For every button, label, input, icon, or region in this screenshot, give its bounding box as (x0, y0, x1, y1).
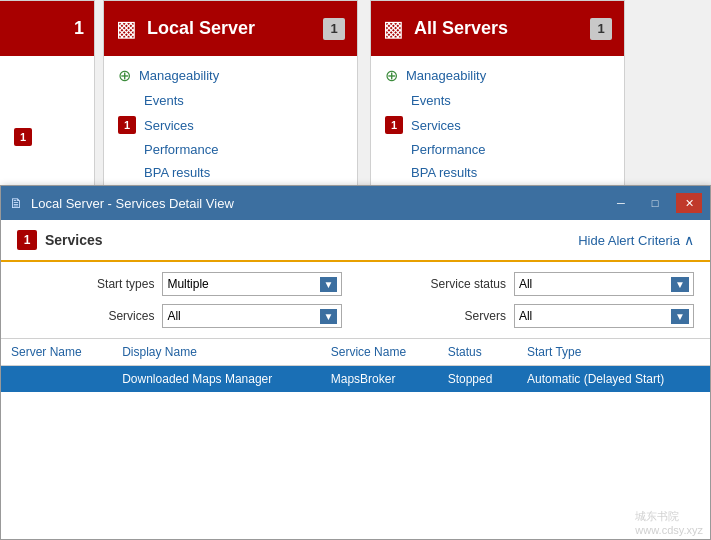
services-table: Server Name Display Name Service Name St… (1, 339, 710, 392)
all-manageability-icon: ⊕ (385, 66, 398, 85)
filter-area: Start types Multiple ▼ Service status Al… (1, 262, 710, 339)
all-servers-icon: ▩ (383, 16, 404, 42)
close-button[interactable]: ✕ (676, 193, 702, 213)
services-filter-label: Services (17, 309, 154, 323)
start-types-value: Multiple (167, 277, 208, 291)
table-cell-2: MapsBroker (321, 366, 438, 393)
all-servers-card-header: ▩ All Servers 1 (371, 1, 624, 56)
servers-filter-arrow: ▼ (671, 309, 689, 324)
partial-server-card: 1 1 (0, 0, 95, 200)
hide-alert-criteria-button[interactable]: Hide Alert Criteria ∧ (578, 232, 694, 248)
partial-item-2 (0, 92, 94, 122)
start-types-label: Start types (17, 277, 154, 291)
local-server-card-body: ⊕ Manageability Events 1 Services Perfor… (104, 56, 357, 190)
services-header: 1 Services Hide Alert Criteria ∧ (1, 220, 710, 262)
servers-filter-value: All (519, 309, 532, 323)
maximize-button[interactable]: □ (642, 193, 668, 213)
local-bpa-label: BPA results (144, 165, 210, 180)
col-display-name[interactable]: Display Name (112, 339, 321, 366)
all-servers-card: ▩ All Servers 1 ⊕ Manageability Events 1… (370, 0, 625, 200)
all-services-label: Services (411, 118, 461, 133)
local-server-services[interactable]: 1 Services (104, 112, 357, 138)
local-server-card: ▩ Local Server 1 ⊕ Manageability Events … (103, 0, 358, 200)
service-status-select[interactable]: All ▼ (514, 272, 694, 296)
chevron-up-icon: ∧ (684, 232, 694, 248)
start-types-arrow: ▼ (320, 277, 338, 292)
servers-filter-select[interactable]: All ▼ (514, 304, 694, 328)
all-performance-label: Performance (411, 142, 485, 157)
service-status-select-inner: All ▼ (519, 277, 689, 292)
local-manageability-label: Manageability (139, 68, 219, 83)
table-header: Server Name Display Name Service Name St… (1, 339, 710, 366)
services-section-title: Services (45, 232, 578, 248)
server-cards-area: 1 1 ▩ Local Server 1 ⊕ Manageability (0, 0, 711, 200)
watermark: 城东书院 www.cdsy.xyz (635, 509, 703, 536)
col-status[interactable]: Status (438, 339, 517, 366)
local-server-manageability[interactable]: ⊕ Manageability (104, 62, 357, 89)
table-body: Downloaded Maps ManagerMapsBrokerStopped… (1, 366, 710, 393)
partial-card-header: 1 (0, 1, 94, 56)
table-cell-0 (1, 366, 112, 393)
col-start-type[interactable]: Start Type (517, 339, 710, 366)
all-servers-events[interactable]: Events (371, 89, 624, 112)
table-header-row: Server Name Display Name Service Name St… (1, 339, 710, 366)
services-table-area: Server Name Display Name Service Name St… (1, 339, 710, 539)
all-servers-services[interactable]: 1 Services (371, 112, 624, 138)
all-manageability-label: Manageability (406, 68, 486, 83)
all-servers-badge: 1 (590, 18, 612, 40)
modal-body: 1 Services Hide Alert Criteria ∧ Start t… (1, 220, 710, 539)
all-servers-card-body: ⊕ Manageability Events 1 Services Perfor… (371, 56, 624, 190)
local-server-events[interactable]: Events (104, 89, 357, 112)
table-row[interactable]: Downloaded Maps ManagerMapsBrokerStopped… (1, 366, 710, 393)
local-services-label: Services (144, 118, 194, 133)
modal-title-text: Local Server - Services Detail View (31, 196, 600, 211)
col-service-name[interactable]: Service Name (321, 339, 438, 366)
servers-filter-label: Servers (350, 309, 505, 323)
all-bpa-label: BPA results (411, 165, 477, 180)
modal-titlebar: 🗎 Local Server - Services Detail View ─ … (1, 186, 710, 220)
services-filter-select[interactable]: All ▼ (162, 304, 342, 328)
all-servers-bpa[interactable]: BPA results (371, 161, 624, 184)
local-events-label: Events (144, 93, 184, 108)
manageability-icon: ⊕ (118, 66, 131, 85)
local-server-card-header: ▩ Local Server 1 (104, 1, 357, 56)
all-servers-performance[interactable]: Performance (371, 138, 624, 161)
local-services-badge: 1 (118, 116, 136, 134)
local-server-performance[interactable]: Performance (104, 138, 357, 161)
all-services-badge: 1 (385, 116, 403, 134)
minimize-button[interactable]: ─ (608, 193, 634, 213)
modal-title-icon: 🗎 (9, 195, 23, 211)
services-filter-select-inner: All ▼ (167, 309, 337, 324)
servers-filter-select-inner: All ▼ (519, 309, 689, 324)
services-count-badge: 1 (17, 230, 37, 250)
partial-item-3: 1 (0, 122, 94, 152)
local-server-title: Local Server (147, 18, 313, 39)
partial-item-1 (0, 62, 94, 92)
col-server-name[interactable]: Server Name (1, 339, 112, 366)
partial-services-badge: 1 (14, 128, 32, 146)
start-types-select-inner: Multiple ▼ (167, 277, 337, 292)
table-cell-4: Automatic (Delayed Start) (517, 366, 710, 393)
table-cell-1: Downloaded Maps Manager (112, 366, 321, 393)
partial-card-badge: 1 (74, 18, 84, 39)
table-cell-3: Stopped (438, 366, 517, 393)
local-server-badge: 1 (323, 18, 345, 40)
services-filter-value: All (167, 309, 180, 323)
all-servers-manageability[interactable]: ⊕ Manageability (371, 62, 624, 89)
all-servers-title: All Servers (414, 18, 580, 39)
local-server-bpa[interactable]: BPA results (104, 161, 357, 184)
service-status-label: Service status (350, 277, 505, 291)
start-types-select[interactable]: Multiple ▼ (162, 272, 342, 296)
services-filter-arrow: ▼ (320, 309, 338, 324)
services-detail-modal: 🗎 Local Server - Services Detail View ─ … (0, 185, 711, 540)
partial-item-4 (0, 152, 94, 182)
local-performance-label: Performance (144, 142, 218, 157)
service-status-value: All (519, 277, 532, 291)
all-events-label: Events (411, 93, 451, 108)
local-server-icon: ▩ (116, 16, 137, 42)
hide-alert-label: Hide Alert Criteria (578, 233, 680, 248)
service-status-arrow: ▼ (671, 277, 689, 292)
